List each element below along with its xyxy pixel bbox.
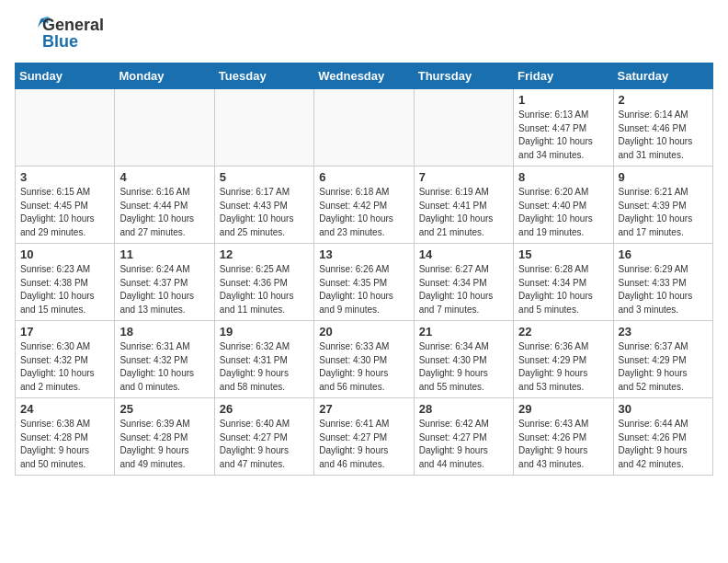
day-info: Sunrise: 6:13 AM Sunset: 4:47 PM Dayligh… <box>518 109 608 162</box>
calendar-day-cell: 8Sunrise: 6:20 AM Sunset: 4:40 PM Daylig… <box>514 167 613 244</box>
calendar-day-cell: 18Sunrise: 6:31 AM Sunset: 4:32 PM Dayli… <box>115 321 214 398</box>
day-of-week-header: Thursday <box>414 63 513 89</box>
day-number: 1 <box>518 93 608 107</box>
calendar-day-cell: 4Sunrise: 6:16 AM Sunset: 4:44 PM Daylig… <box>115 167 214 244</box>
day-number: 4 <box>119 170 209 184</box>
day-number: 7 <box>419 170 508 184</box>
day-number: 15 <box>518 247 608 261</box>
day-number: 23 <box>619 325 708 339</box>
day-info: Sunrise: 6:21 AM Sunset: 4:39 PM Dayligh… <box>619 186 708 239</box>
calendar-day-cell: 30Sunrise: 6:44 AM Sunset: 4:26 PM Dayli… <box>613 398 712 476</box>
calendar-day-cell: 17Sunrise: 6:30 AM Sunset: 4:32 PM Dayli… <box>16 321 115 398</box>
day-number: 6 <box>319 170 408 184</box>
calendar-day-cell: 1Sunrise: 6:13 AM Sunset: 4:47 PM Daylig… <box>514 89 613 167</box>
calendar-day-cell: 5Sunrise: 6:17 AM Sunset: 4:43 PM Daylig… <box>214 167 313 244</box>
day-info: Sunrise: 6:24 AM Sunset: 4:37 PM Dayligh… <box>119 263 209 316</box>
calendar-header-row: SundayMondayTuesdayWednesdayThursdayFrid… <box>16 63 713 89</box>
logo: GeneralBlue <box>15 15 104 52</box>
calendar-day-cell <box>414 89 513 167</box>
calendar-day-cell: 16Sunrise: 6:29 AM Sunset: 4:33 PM Dayli… <box>613 244 712 321</box>
calendar-day-cell: 2Sunrise: 6:14 AM Sunset: 4:46 PM Daylig… <box>613 89 712 167</box>
day-info: Sunrise: 6:28 AM Sunset: 4:34 PM Dayligh… <box>518 263 608 316</box>
day-number: 2 <box>619 93 708 107</box>
day-info: Sunrise: 6:14 AM Sunset: 4:46 PM Dayligh… <box>619 109 708 162</box>
calendar-day-cell <box>314 89 414 167</box>
day-info: Sunrise: 6:19 AM Sunset: 4:41 PM Dayligh… <box>419 186 508 239</box>
day-info: Sunrise: 6:43 AM Sunset: 4:26 PM Dayligh… <box>518 418 608 471</box>
day-info: Sunrise: 6:27 AM Sunset: 4:34 PM Dayligh… <box>419 263 508 316</box>
calendar-day-cell: 14Sunrise: 6:27 AM Sunset: 4:34 PM Dayli… <box>414 244 513 321</box>
calendar-day-cell: 20Sunrise: 6:33 AM Sunset: 4:30 PM Dayli… <box>314 321 414 398</box>
day-of-week-header: Saturday <box>613 63 712 89</box>
calendar-table: SundayMondayTuesdayWednesdayThursdayFrid… <box>15 63 713 476</box>
calendar-day-cell: 23Sunrise: 6:37 AM Sunset: 4:29 PM Dayli… <box>613 321 712 398</box>
day-number: 16 <box>619 247 708 261</box>
day-number: 29 <box>518 402 608 416</box>
day-info: Sunrise: 6:39 AM Sunset: 4:28 PM Dayligh… <box>119 418 209 471</box>
day-of-week-header: Friday <box>514 63 613 89</box>
calendar-week-row: 24Sunrise: 6:38 AM Sunset: 4:28 PM Dayli… <box>16 398 713 476</box>
calendar-week-row: 17Sunrise: 6:30 AM Sunset: 4:32 PM Dayli… <box>16 321 713 398</box>
calendar-day-cell: 29Sunrise: 6:43 AM Sunset: 4:26 PM Dayli… <box>514 398 613 476</box>
day-info: Sunrise: 6:33 AM Sunset: 4:30 PM Dayligh… <box>319 340 408 394</box>
calendar-day-cell: 13Sunrise: 6:26 AM Sunset: 4:35 PM Dayli… <box>314 244 414 321</box>
day-of-week-header: Wednesday <box>314 63 414 89</box>
calendar-day-cell <box>16 89 115 167</box>
calendar-day-cell: 9Sunrise: 6:21 AM Sunset: 4:39 PM Daylig… <box>613 167 712 244</box>
day-number: 19 <box>220 325 309 339</box>
day-number: 25 <box>119 402 209 416</box>
calendar-day-cell <box>214 89 313 167</box>
day-number: 27 <box>319 402 408 416</box>
calendar-day-cell: 12Sunrise: 6:25 AM Sunset: 4:36 PM Dayli… <box>214 244 313 321</box>
day-number: 26 <box>220 402 309 416</box>
calendar-day-cell: 22Sunrise: 6:36 AM Sunset: 4:29 PM Dayli… <box>514 321 613 398</box>
day-info: Sunrise: 6:41 AM Sunset: 4:27 PM Dayligh… <box>319 418 408 471</box>
calendar-day-cell: 19Sunrise: 6:32 AM Sunset: 4:31 PM Dayli… <box>214 321 313 398</box>
day-info: Sunrise: 6:40 AM Sunset: 4:27 PM Dayligh… <box>220 418 309 471</box>
day-info: Sunrise: 6:32 AM Sunset: 4:31 PM Dayligh… <box>220 340 309 394</box>
day-number: 9 <box>619 170 708 184</box>
day-info: Sunrise: 6:34 AM Sunset: 4:30 PM Dayligh… <box>419 340 508 394</box>
day-info: Sunrise: 6:25 AM Sunset: 4:36 PM Dayligh… <box>220 263 309 316</box>
logo-blue-text: Blue <box>42 33 104 50</box>
calendar-day-cell: 11Sunrise: 6:24 AM Sunset: 4:37 PM Dayli… <box>115 244 214 321</box>
calendar-day-cell: 25Sunrise: 6:39 AM Sunset: 4:28 PM Dayli… <box>115 398 214 476</box>
day-info: Sunrise: 6:29 AM Sunset: 4:33 PM Dayligh… <box>619 263 708 316</box>
calendar-day-cell: 7Sunrise: 6:19 AM Sunset: 4:41 PM Daylig… <box>414 167 513 244</box>
calendar-week-row: 3Sunrise: 6:15 AM Sunset: 4:45 PM Daylig… <box>16 167 713 244</box>
day-number: 5 <box>220 170 309 184</box>
calendar-week-row: 10Sunrise: 6:23 AM Sunset: 4:38 PM Dayli… <box>16 244 713 321</box>
day-number: 22 <box>518 325 608 339</box>
calendar-day-cell: 24Sunrise: 6:38 AM Sunset: 4:28 PM Dayli… <box>16 398 115 476</box>
calendar-day-cell: 6Sunrise: 6:18 AM Sunset: 4:42 PM Daylig… <box>314 167 414 244</box>
calendar-day-cell: 26Sunrise: 6:40 AM Sunset: 4:27 PM Dayli… <box>214 398 313 476</box>
day-info: Sunrise: 6:38 AM Sunset: 4:28 PM Dayligh… <box>20 418 109 471</box>
calendar-day-cell: 27Sunrise: 6:41 AM Sunset: 4:27 PM Dayli… <box>314 398 414 476</box>
day-info: Sunrise: 6:26 AM Sunset: 4:35 PM Dayligh… <box>319 263 408 316</box>
calendar-day-cell: 21Sunrise: 6:34 AM Sunset: 4:30 PM Dayli… <box>414 321 513 398</box>
day-number: 13 <box>319 247 408 261</box>
calendar-day-cell: 28Sunrise: 6:42 AM Sunset: 4:27 PM Dayli… <box>414 398 513 476</box>
day-of-week-header: Tuesday <box>214 63 313 89</box>
calendar-day-cell: 10Sunrise: 6:23 AM Sunset: 4:38 PM Dayli… <box>16 244 115 321</box>
day-number: 3 <box>20 170 109 184</box>
day-number: 8 <box>518 170 608 184</box>
day-of-week-header: Sunday <box>16 63 115 89</box>
calendar-week-row: 1Sunrise: 6:13 AM Sunset: 4:47 PM Daylig… <box>16 89 713 167</box>
day-number: 18 <box>119 325 209 339</box>
day-number: 20 <box>319 325 408 339</box>
day-info: Sunrise: 6:30 AM Sunset: 4:32 PM Dayligh… <box>20 340 109 394</box>
page-header: GeneralBlue <box>15 15 713 52</box>
day-number: 24 <box>20 402 109 416</box>
day-of-week-header: Monday <box>115 63 214 89</box>
calendar-day-cell <box>115 89 214 167</box>
day-number: 17 <box>20 325 109 339</box>
calendar-day-cell: 15Sunrise: 6:28 AM Sunset: 4:34 PM Dayli… <box>514 244 613 321</box>
day-info: Sunrise: 6:31 AM Sunset: 4:32 PM Dayligh… <box>119 340 209 394</box>
day-number: 10 <box>20 247 109 261</box>
day-info: Sunrise: 6:36 AM Sunset: 4:29 PM Dayligh… <box>518 340 608 394</box>
day-info: Sunrise: 6:20 AM Sunset: 4:40 PM Dayligh… <box>518 186 608 239</box>
day-info: Sunrise: 6:16 AM Sunset: 4:44 PM Dayligh… <box>119 186 209 239</box>
day-info: Sunrise: 6:37 AM Sunset: 4:29 PM Dayligh… <box>619 340 708 394</box>
day-number: 30 <box>619 402 708 416</box>
